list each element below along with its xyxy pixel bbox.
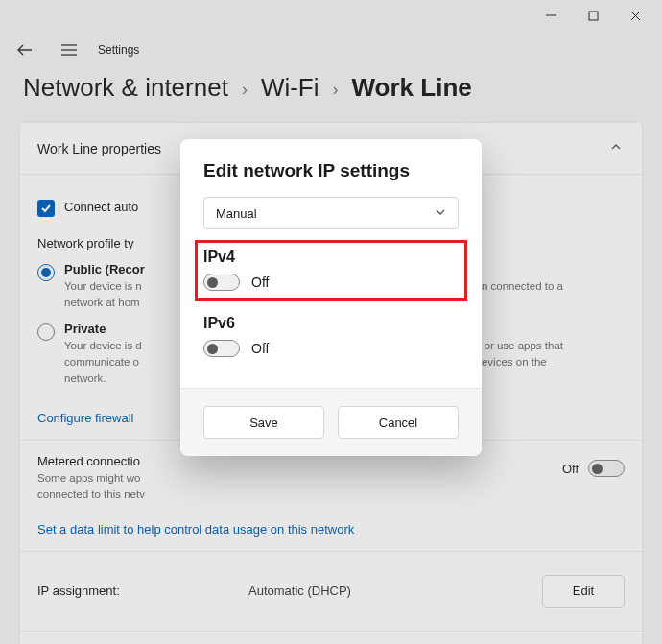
- ipv6-state: Off: [251, 341, 269, 356]
- cancel-button[interactable]: Cancel: [338, 406, 459, 439]
- ipv4-label: IPv4: [203, 249, 459, 266]
- save-button[interactable]: Save: [203, 406, 324, 439]
- ipv4-state: Off: [251, 274, 269, 290]
- ipv4-highlight: IPv4 Off: [195, 240, 467, 301]
- ipv6-label: IPv6: [203, 315, 459, 332]
- ip-mode-select[interactable]: Manual: [203, 197, 459, 229]
- dialog-title: Edit network IP settings: [203, 160, 459, 181]
- ip-mode-value: Manual: [216, 206, 257, 221]
- ipv6-toggle[interactable]: [203, 340, 240, 357]
- ipv4-toggle[interactable]: [203, 274, 240, 291]
- dialog-footer: Save Cancel: [180, 388, 482, 456]
- chevron-down-icon: [435, 206, 446, 221]
- edit-ip-dialog: Edit network IP settings Manual IPv4 Off…: [180, 139, 482, 456]
